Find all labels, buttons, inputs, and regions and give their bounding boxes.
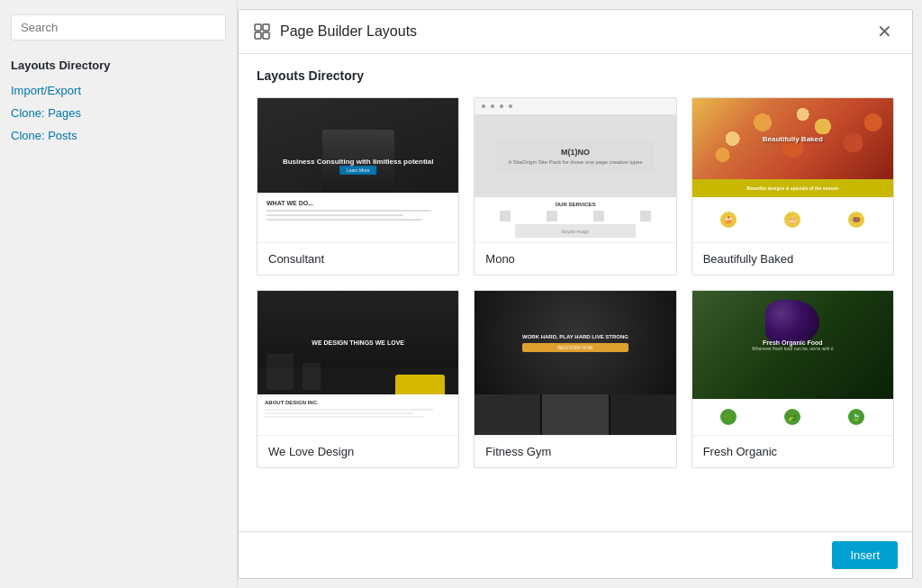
insert-button[interactable]: Insert xyxy=(832,541,898,569)
baked-overlay-text: Beautifully Baked xyxy=(763,135,823,143)
svg-rect-2 xyxy=(255,32,261,39)
fitness-img-2 xyxy=(542,394,608,435)
layouts-grid: Business Consulting with limitless poten… xyxy=(257,97,894,468)
section-heading: Layouts Directory xyxy=(257,68,894,83)
modal-footer: Insert xyxy=(239,531,912,578)
nav-dot xyxy=(491,104,494,108)
sidebar-section-title: Layouts Directory xyxy=(0,55,237,79)
layout-card-baked[interactable]: Beautifully Baked Beautiful designs & sp… xyxy=(692,97,894,276)
layout-card-consultant[interactable]: Business Consulting with limitless poten… xyxy=(257,97,459,276)
organic-sub: Wherever fresh food can be, we're with i… xyxy=(752,346,833,351)
modal-title: Page Builder Layouts xyxy=(280,23,417,40)
design-hero-text: WE DESIGN THINGS WE LOVE xyxy=(312,339,404,346)
fitness-tagline: WORK HARD, PLAY HARD LIVE STRONG xyxy=(522,334,628,339)
layout-card-organic[interactable]: Fresh Organic Food Wherever fresh food c… xyxy=(692,290,894,468)
organic-icon-2: 🥦 xyxy=(784,409,800,425)
layout-thumb-design: WE DESIGN THINGS WE LOVE ABOUT DESIGN IN… xyxy=(258,291,458,435)
organic-title: Fresh Organic Food xyxy=(752,339,833,346)
layout-card-design[interactable]: WE DESIGN THINGS WE LOVE ABOUT DESIGN IN… xyxy=(257,290,459,468)
layout-label-mono: Mono xyxy=(475,242,675,275)
page-builder-icon xyxy=(253,23,271,41)
fitness-btn: REGISTER NOW xyxy=(522,343,628,352)
sidebar-item-import-export[interactable]: Import/Export xyxy=(0,79,237,102)
mono-services-title: OUR SERVICES xyxy=(482,202,668,207)
svg-rect-1 xyxy=(263,24,269,31)
app-container: Layouts Directory Import/Export Clone: P… xyxy=(0,0,922,588)
search-wrap xyxy=(0,7,237,48)
sidebar: Layouts Directory Import/Export Clone: P… xyxy=(0,0,238,588)
fitness-img-1 xyxy=(475,394,540,435)
svg-rect-0 xyxy=(255,24,261,31)
baked-icon-1: 🍰 xyxy=(720,212,737,228)
search-input[interactable] xyxy=(11,14,226,41)
layout-thumb-consultant: Business Consulting with limitless poten… xyxy=(258,98,458,242)
consultant-bottom-title: WHAT WE DO... xyxy=(267,200,449,206)
mono-hero-sub: A SiteOrigin Site Pack for those one pag… xyxy=(508,159,642,165)
layout-label-baked: Beautifully Baked xyxy=(692,242,893,275)
nav-dot xyxy=(500,104,503,108)
service-icon xyxy=(547,211,557,222)
layout-card-mono[interactable]: M(1)NO A SiteOrigin Site Pack for those … xyxy=(474,97,676,276)
layout-thumb-fitness: WORK HARD, PLAY HARD LIVE STRONG REGISTE… xyxy=(475,291,675,435)
modal-title-area: Page Builder Layouts xyxy=(253,23,417,41)
nav-dot xyxy=(509,104,512,108)
nav-dot xyxy=(482,104,485,108)
main-panel: Page Builder Layouts ✕ Layouts Directory xyxy=(238,9,913,579)
consultant-overlay-text: Business Consulting with limitless poten… xyxy=(276,158,440,166)
svg-rect-3 xyxy=(263,32,269,39)
layout-label-fitness: Fitness Gym xyxy=(475,435,675,467)
layout-label-design: We Love Design xyxy=(258,435,458,467)
layout-label-organic: Fresh Organic xyxy=(692,435,893,467)
organic-icon-1: 🌿 xyxy=(720,409,737,425)
modal-header: Page Builder Layouts ✕ xyxy=(239,10,912,54)
baked-icon-3: 🍩 xyxy=(848,212,864,228)
design-about-title: ABOUT DESIGN INC. xyxy=(265,400,451,405)
layout-thumb-organic: Fresh Organic Food Wherever fresh food c… xyxy=(692,291,893,435)
content-area[interactable]: Layouts Directory Business Co xyxy=(239,54,912,531)
sidebar-item-clone-pages[interactable]: Clone: Pages xyxy=(0,102,237,124)
layout-thumb-mono: M(1)NO A SiteOrigin Site Pack for those … xyxy=(475,98,675,242)
close-button[interactable]: ✕ xyxy=(872,21,898,42)
layout-thumb-baked: Beautifully Baked Beautiful designs & sp… xyxy=(692,98,893,242)
service-icon xyxy=(640,211,651,222)
baked-tagline: Beautiful designs & specials of the seas… xyxy=(747,185,838,191)
service-icon xyxy=(500,211,511,222)
mono-hero-title: M(1)NO xyxy=(508,148,642,157)
service-icon xyxy=(593,211,604,222)
baked-icon-2: 🎂 xyxy=(784,212,800,228)
fitness-img-3 xyxy=(610,394,676,435)
layout-label-consultant: Consultant xyxy=(258,242,458,275)
organic-icon-3: 🍃 xyxy=(848,409,864,425)
layout-card-fitness[interactable]: WORK HARD, PLAY HARD LIVE STRONG REGISTE… xyxy=(474,290,676,468)
sidebar-item-clone-posts[interactable]: Clone: Posts xyxy=(0,124,237,147)
